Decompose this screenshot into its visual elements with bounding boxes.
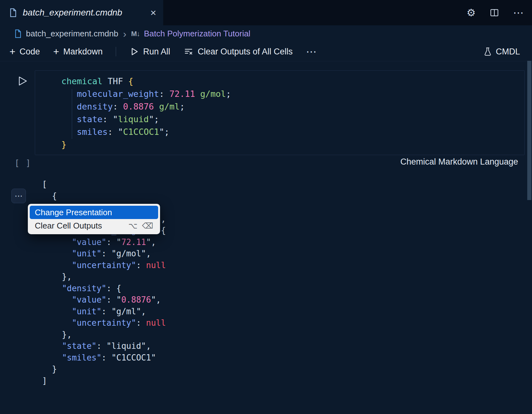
add-code-cell-button[interactable]: + Code xyxy=(9,47,40,57)
breadcrumb-file-icon xyxy=(14,29,22,38)
menu-item-clear-cell-outputs[interactable]: Clear Cell Outputs ⌥ ⌫ xyxy=(30,219,158,232)
menu-item-label: Clear Cell Outputs xyxy=(35,221,102,231)
notebook-toolbar: + Code + Markdown Run All Clear Outputs … xyxy=(0,42,532,61)
toolbar-more-icon[interactable]: ⋯ xyxy=(306,45,317,58)
text-line: } xyxy=(61,138,231,151)
breadcrumb-file-name[interactable]: batch_experiment.cmdnb xyxy=(26,29,118,39)
editor-actions: ⚙ ⋯ xyxy=(467,0,524,25)
run-all-button[interactable]: Run All xyxy=(129,47,170,57)
kernel-flask-icon xyxy=(484,47,492,56)
file-icon xyxy=(9,8,17,17)
text-line: [ xyxy=(42,179,166,190)
option-key-icon: ⌥ xyxy=(128,221,138,230)
text-line: state: "liquid"; xyxy=(61,113,231,126)
split-editor-icon[interactable] xyxy=(490,8,499,17)
clear-outputs-label: Clear Outputs of All Cells xyxy=(198,47,293,57)
tab-close-icon[interactable]: × xyxy=(150,8,156,18)
markdown-icon: M↓ xyxy=(131,30,140,38)
add-code-label: Code xyxy=(20,47,40,57)
text-line: molecular_weight: 72.11 g/mol; xyxy=(61,88,231,100)
text-line: } xyxy=(42,363,166,375)
add-markdown-label: Markdown xyxy=(63,47,103,57)
text-line: }, xyxy=(42,329,166,341)
cell-language-indicator[interactable]: Chemical Markdown Language xyxy=(400,157,518,167)
text-line: "unit": "g/ml", xyxy=(42,306,166,317)
context-menu: Change Presentation Clear Cell Outputs ⌥… xyxy=(28,204,160,234)
tab-bar: batch_experiment.cmdnb × ⚙ ⋯ xyxy=(0,0,532,25)
clear-all-icon xyxy=(183,47,194,56)
execution-count-placeholder: [ ] xyxy=(15,158,31,168)
kernel-label: CMDL xyxy=(496,47,520,57)
text-line: "smiles": "C1CCOC1" xyxy=(42,352,166,364)
text-line: }, xyxy=(42,271,166,283)
plus-icon: + xyxy=(9,47,15,57)
clear-outputs-button[interactable]: Clear Outputs of All Cells xyxy=(183,47,293,57)
toolbar-divider xyxy=(116,47,116,56)
menu-item-label: Change Presentation xyxy=(35,208,112,217)
text-line: "density": { xyxy=(42,283,166,294)
backspace-key-icon: ⌫ xyxy=(142,221,153,230)
run-all-label: Run All xyxy=(143,47,170,57)
text-line: density: 0.8876 g/ml; xyxy=(61,100,231,113)
code-content[interactable]: chemical THF { molecular_weight: 72.11 g… xyxy=(61,75,231,151)
text-line: "unit": "g/mol", xyxy=(42,248,166,260)
add-markdown-cell-button[interactable]: + Markdown xyxy=(53,47,102,57)
text-line: smiles: "C1CCOC1"; xyxy=(61,126,231,138)
plus-icon: + xyxy=(53,47,59,57)
breadcrumb: batch_experiment.cmdnb › M↓ Batch Polyme… xyxy=(0,25,532,42)
more-actions-icon[interactable]: ⋯ xyxy=(513,7,524,18)
code-cell-editor[interactable]: chemical THF { molecular_weight: 72.11 g… xyxy=(35,70,525,155)
chevron-right-icon: › xyxy=(123,29,127,39)
text-line: "state": "liquid", xyxy=(42,340,166,352)
text-line: ] xyxy=(42,375,166,387)
run-cell-button[interactable] xyxy=(16,75,28,87)
kernel-picker-button[interactable]: CMDL xyxy=(484,47,520,57)
text-line: { xyxy=(42,190,166,202)
settings-gear-icon[interactable]: ⚙ xyxy=(467,8,476,18)
menu-item-change-presentation[interactable]: Change Presentation xyxy=(30,206,158,219)
text-line: "value": "0.8876", xyxy=(42,294,166,306)
vertical-scrollbar[interactable] xyxy=(527,61,531,200)
tab-batch-experiment[interactable]: batch_experiment.cmdnb × xyxy=(0,0,163,25)
text-line: "uncertainty": null xyxy=(42,317,166,329)
text-line: "value": "72.11", xyxy=(42,236,166,248)
text-line: "uncertainty": null xyxy=(42,260,166,271)
run-all-icon xyxy=(129,47,139,56)
menu-shortcut: ⌥ ⌫ xyxy=(128,221,153,230)
text-line: chemical THF { xyxy=(61,75,231,88)
tab-title: batch_experiment.cmdnb xyxy=(23,8,122,18)
output-more-button[interactable]: ⋯ xyxy=(11,189,26,203)
breadcrumb-section[interactable]: Batch Polymerization Tutorial xyxy=(144,29,251,39)
